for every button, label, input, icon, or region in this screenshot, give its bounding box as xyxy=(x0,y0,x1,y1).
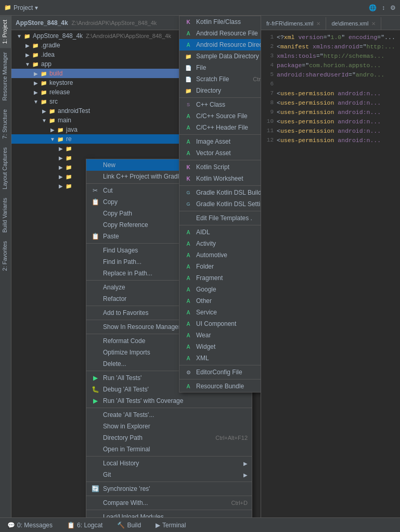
submenu-service[interactable]: A Service ▶ xyxy=(179,307,261,318)
submenu-gradle-build[interactable]: G Gradle Kotlin DSL Build Script xyxy=(179,187,261,198)
optimize-icon xyxy=(91,348,100,357)
sidebar-tab-favorites[interactable]: 2: Favorites xyxy=(0,237,11,275)
new-icon xyxy=(91,160,100,170)
tree-arrow-gradle: ▶ xyxy=(24,43,31,48)
sidebar-tab-project[interactable]: 1: Project xyxy=(0,16,11,48)
dropdown-arrow-icon: ▾ xyxy=(35,4,38,11)
globe-icon[interactable]: 🌐 xyxy=(369,4,377,11)
folder-p5-icon: 📁 xyxy=(64,182,73,190)
menu-item-show-explorer[interactable]: Show in Explorer xyxy=(86,421,252,432)
tab-fr-close[interactable]: ✕ xyxy=(316,21,320,27)
submenu-gradle-settings[interactable]: G Gradle Kotlin DSL Settings xyxy=(179,198,261,210)
submenu-widget[interactable]: A Widget ▶ xyxy=(179,341,261,352)
separator-11 xyxy=(86,496,252,496)
menu-item-compare[interactable]: Compare With... Ctrl+D xyxy=(86,497,252,509)
code-line-12: 12 <uses-permission android:n... xyxy=(261,135,400,145)
submenu-cpp-source[interactable]: A C/C++ Source File xyxy=(179,110,261,122)
top-bar: 📁 Project ▾ 🌐 ↕ ⚙ xyxy=(0,0,400,16)
menu-item-synchronize[interactable]: 🔄 Synchronize 'res' xyxy=(86,483,252,495)
submenu-activity[interactable]: A Activity ▶ xyxy=(179,238,261,249)
submenu-edit-templates[interactable]: Edit File Templates . xyxy=(179,212,261,224)
submenu-ui-component[interactable]: A UI Component ▶ xyxy=(179,318,261,330)
submenu-fragment[interactable]: A Fragment ▶ xyxy=(179,272,261,284)
folder-idea-icon: 📁 xyxy=(31,50,40,59)
menu-item-dir-path[interactable]: Directory Path Ctrl+Alt+F12 xyxy=(86,432,252,444)
submenu-vector-asset[interactable]: A Vector Asset xyxy=(179,147,261,159)
submenu-android-resource-file[interactable]: A Android Resource File xyxy=(179,28,261,39)
gradle-settings-icon: G xyxy=(184,199,193,209)
submenu-editorconfig[interactable]: ⚙ EditorConfig File xyxy=(179,366,261,378)
submenu-sep4 xyxy=(179,185,261,186)
submenu-folder[interactable]: A Folder ▶ xyxy=(179,261,261,272)
image-asset-icon: A xyxy=(184,137,193,146)
menu-item-load-modules[interactable]: Load/Unload Modules... xyxy=(86,511,252,517)
sidebar-tab-captures[interactable]: Layout Captures xyxy=(0,143,11,194)
tab-de-close[interactable]: ✕ xyxy=(371,21,376,27)
submenu-kotlin-script[interactable]: K Kotlin Script xyxy=(179,161,261,173)
editor-tabs: fr-frFR\dimens.xml ✕ de\dimens.xml ✕ xyxy=(261,16,400,30)
folder-java-icon: 📁 xyxy=(56,125,64,134)
separator-12 xyxy=(86,510,252,510)
bottom-tab-build[interactable]: 🔨 Build xyxy=(114,518,144,533)
tree-arrow-p4: ▶ xyxy=(57,174,64,180)
project-dropdown[interactable]: 📁 Project ▾ xyxy=(4,4,38,11)
submenu-android-resource-dir[interactable]: A Android Resource Directory xyxy=(179,39,261,50)
submenu-kotlin-class[interactable]: K Kotlin File/Class xyxy=(179,16,261,28)
tab-de-dimens[interactable]: de\dimens.xml ✕ xyxy=(326,17,381,30)
create-icon xyxy=(91,410,100,420)
menu-item-open-terminal[interactable]: Open in Terminal xyxy=(86,444,252,455)
main-layout: 1: Project Resource Manager 7: Structure… xyxy=(0,16,400,517)
file-icon: 📄 xyxy=(184,63,193,72)
sidebar-tab-structure[interactable]: 7: Structure xyxy=(0,105,11,143)
analyze-icon xyxy=(91,283,100,292)
bottom-tab-terminal[interactable]: ▶ Terminal xyxy=(152,518,189,533)
menu-item-local-history[interactable]: Local History ▶ xyxy=(86,458,252,469)
build-icon: 🔨 xyxy=(117,522,125,529)
submenu-sample-data[interactable]: 📁 Sample Data Directory xyxy=(179,50,261,62)
submenu-directory[interactable]: 📁 Directory xyxy=(179,85,261,96)
submenu-other[interactable]: A Other ▶ xyxy=(179,295,261,307)
submenu-cpp-class[interactable]: S C++ Class xyxy=(179,99,261,110)
tree-arrow-p3: ▶ xyxy=(57,164,64,170)
aidl-icon: A xyxy=(184,227,193,237)
tree-label-java: java xyxy=(66,126,78,133)
settings-icon[interactable]: ⚙ xyxy=(390,4,396,11)
submenu-cpp-header[interactable]: A C/C++ Header File xyxy=(179,122,261,133)
submenu-wear[interactable]: A Wear ▶ xyxy=(179,330,261,341)
paste-icon: 📋 xyxy=(91,232,100,241)
menu-item-create-tests[interactable]: Create 'All Tests'... xyxy=(86,409,252,421)
logcat-label: 6: Logcat xyxy=(77,522,102,529)
submenu-sep3 xyxy=(179,160,261,160)
folder-release-icon: 📁 xyxy=(40,88,48,96)
debug-icon: 🐛 xyxy=(91,385,100,394)
tab-fr-dimens[interactable]: fr-frFR\dimens.xml ✕ xyxy=(261,17,326,30)
menu-item-git[interactable]: Git ▶ xyxy=(86,469,252,480)
sync-icon[interactable]: ↕ xyxy=(382,4,385,11)
logcat-icon: 📋 xyxy=(67,522,75,529)
submenu-scratch-file[interactable]: 📄 Scratch File Ctrl+Alt+Shift+Insert xyxy=(179,73,261,85)
submenu-resource-bundle[interactable]: A Resource Bundle xyxy=(179,381,261,392)
submenu-automotive[interactable]: A Automotive ▶ xyxy=(179,249,261,261)
tree-arrow-src: ▼ xyxy=(32,99,40,105)
submenu-sep6 xyxy=(179,225,261,225)
explorer-icon xyxy=(91,422,100,431)
bottom-tab-messages[interactable]: 💬 0: Messages xyxy=(4,518,56,533)
sidebar-tab-resource[interactable]: Resource Manager xyxy=(0,48,11,105)
code-line-7: 7 <uses-permission android:n... xyxy=(261,88,400,98)
submenu-aidl[interactable]: A AIDL ▶ xyxy=(179,226,261,238)
sidebar-tab-variants[interactable]: Build Variants xyxy=(0,194,11,237)
bottom-tab-logcat[interactable]: 📋 6: Logcat xyxy=(64,518,106,533)
resource-bundle-icon: A xyxy=(184,382,193,391)
folder-main-icon: 📁 xyxy=(48,116,56,124)
submenu-xml[interactable]: A XML ▶ xyxy=(179,352,261,364)
submenu-file[interactable]: 📄 File xyxy=(179,62,261,73)
submenu-google[interactable]: A Google ▶ xyxy=(179,284,261,295)
folder-src-icon: 📁 xyxy=(40,97,48,106)
folder-app-icon: 📁 xyxy=(31,60,40,68)
submenu-kotlin-worksheet[interactable]: K Kotlin Worksheet xyxy=(179,173,261,184)
submenu-image-asset[interactable]: A Image Asset xyxy=(179,136,261,147)
cpp-header-icon: A xyxy=(184,123,193,132)
menu-item-run-coverage[interactable]: ▶ Run 'All Tests' with Coverage xyxy=(86,395,252,407)
ui-component-icon: A xyxy=(184,319,193,328)
fragment-icon: A xyxy=(184,273,193,283)
